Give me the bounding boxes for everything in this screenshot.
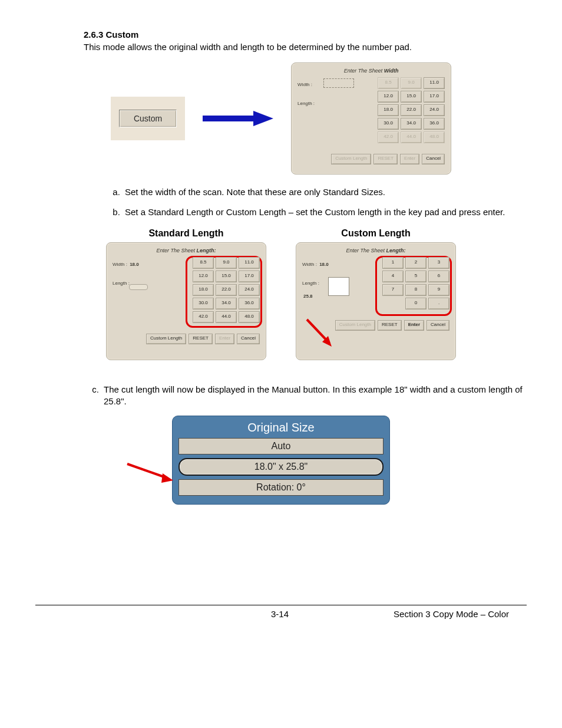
standard-length-column: Standard Length Enter The Sheet Length: …: [106, 228, 266, 360]
size-button: 44.0: [401, 131, 422, 143]
cancel-button[interactable]: Cancel: [422, 154, 445, 164]
size-button[interactable]: 18.0: [193, 284, 214, 296]
size-button[interactable]: 42.0: [193, 311, 214, 323]
width-label: Width : 18.0: [302, 258, 329, 271]
size-button[interactable]: 24.0: [239, 284, 260, 296]
size-button[interactable]: 12.0: [193, 271, 214, 282]
size-button[interactable]: 15.0: [216, 271, 237, 282]
custom-length-title: Custom Length: [296, 228, 456, 239]
red-arrow-icon: [303, 316, 339, 351]
custom-length-column: Custom Length Enter The Sheet Length: Wi…: [296, 228, 456, 360]
numpad-key[interactable]: 9: [428, 284, 449, 296]
custom-length-dialog: Enter The Sheet Length: Width : 18.0 Len…: [296, 242, 456, 360]
custom-button-panel: Custom: [111, 97, 185, 140]
length-label: Length :: [297, 97, 315, 110]
svg-line-4: [127, 464, 167, 478]
size-button: 9.0: [401, 77, 422, 89]
enter-button[interactable]: Enter: [215, 334, 234, 344]
dialog-title: Enter The Sheet Width: [297, 68, 445, 74]
intro-text: This mode allows the original width and …: [35, 42, 527, 52]
size-button[interactable]: 11.0: [239, 257, 260, 269]
svg-marker-1: [253, 111, 273, 126]
original-size-header: Original Size: [178, 421, 384, 434]
size-button[interactable]: 22.0: [401, 104, 422, 116]
svg-rect-0: [203, 116, 253, 121]
figure-row-width: Custom Enter The Sheet Width Width : Len…: [35, 62, 527, 174]
length-label: Length :25.8: [302, 277, 329, 303]
red-arrow-icon: [125, 462, 178, 491]
size-button: 8.5: [378, 77, 399, 89]
numpad-key[interactable]: 7: [382, 284, 404, 296]
size-button: 42.0: [378, 131, 399, 143]
dialog-labels: Width : Length :: [297, 78, 315, 110]
figure-row-length: Standard Length Enter The Sheet Length: …: [35, 228, 527, 360]
reset-button[interactable]: RESET: [378, 320, 402, 331]
custom-length-button[interactable]: Custom Length: [146, 334, 186, 344]
numpad-input-box[interactable]: [328, 277, 349, 296]
numpad-grid: 1234567890.: [382, 257, 449, 309]
size-button[interactable]: 30.0: [193, 298, 214, 309]
dialog-labels: Width : 18.0 Length :25.8: [302, 258, 329, 303]
size-button[interactable]: 36.0: [239, 298, 260, 309]
numpad-key[interactable]: .: [428, 298, 449, 309]
size-button[interactable]: 11.0: [424, 77, 445, 89]
width-size-grid: 8.59.011.012.015.017.018.022.024.030.034…: [378, 77, 445, 143]
size-button[interactable]: 36.0: [424, 118, 445, 130]
width-dialog: Enter The Sheet Width Width : Length : 8…: [291, 62, 451, 174]
manual-size-button[interactable]: 18.0" x 25.8": [178, 458, 384, 476]
slot-icon: [129, 284, 148, 290]
numpad-key[interactable]: 8: [405, 284, 427, 296]
section-label: Section 3 Copy Mode – Color: [394, 609, 509, 619]
cancel-button[interactable]: Cancel: [237, 334, 260, 344]
reset-button[interactable]: RESET: [189, 334, 213, 344]
numpad-key[interactable]: 1: [382, 257, 404, 269]
numpad-key[interactable]: 3: [428, 257, 449, 269]
size-button[interactable]: 48.0: [239, 311, 260, 323]
length-bottom-row: Custom LengthRESETEnterCancel: [113, 334, 260, 344]
enter-button[interactable]: Enter: [404, 320, 424, 331]
size-button[interactable]: 30.0: [378, 118, 399, 130]
arrow-right-icon: [203, 110, 273, 127]
size-button[interactable]: 44.0: [216, 311, 237, 323]
page-footer: 3-14 Section 3 Copy Mode – Color: [35, 605, 527, 619]
custom-button[interactable]: Custom: [119, 110, 177, 127]
numpad-key[interactable]: 2: [405, 257, 427, 269]
original-size-panel: Original Size Auto 18.0" x 25.8" Rotatio…: [172, 416, 390, 505]
size-button[interactable]: 24.0: [424, 104, 445, 116]
size-button[interactable]: 17.0: [239, 271, 260, 282]
step-a: Set the width of the scan. Note that the…: [123, 186, 527, 198]
size-button[interactable]: 34.0: [401, 118, 422, 130]
numpad-key[interactable]: 0: [405, 298, 427, 309]
result-panel: Original Size Auto 18.0" x 25.8" Rotatio…: [172, 416, 390, 505]
numpad-key[interactable]: 6: [428, 271, 449, 282]
width-bottom-row: Custom LengthRESETEnterCancel: [297, 154, 445, 164]
size-button[interactable]: 8.5: [193, 257, 214, 269]
step-c: The cut length will now be displayed in …: [101, 384, 527, 408]
custom-length-button[interactable]: Custom Length: [335, 320, 375, 331]
enter-button[interactable]: Enter: [400, 154, 419, 164]
dialog-title: Enter The Sheet Length:: [302, 248, 449, 253]
auto-button[interactable]: Auto: [178, 438, 384, 454]
svg-marker-5: [161, 473, 173, 483]
size-button: 48.0: [424, 131, 445, 143]
custom-length-button[interactable]: Custom Length: [331, 154, 371, 164]
width-label: Width : 18.0: [113, 258, 139, 271]
width-input-placeholder[interactable]: [323, 78, 354, 88]
numpad-key[interactable]: 4: [382, 271, 404, 282]
steps-list: Set the width of the scan. Note that the…: [35, 186, 527, 219]
size-button[interactable]: 9.0: [216, 257, 237, 269]
reset-button[interactable]: RESET: [373, 154, 398, 164]
cancel-button[interactable]: Cancel: [427, 320, 449, 331]
size-button[interactable]: 17.0: [424, 91, 445, 103]
size-button[interactable]: 18.0: [378, 104, 399, 116]
size-button[interactable]: 12.0: [378, 91, 399, 103]
size-button[interactable]: 34.0: [216, 298, 237, 309]
length-size-grid: 8.59.011.012.015.017.018.022.024.030.034…: [193, 257, 260, 323]
steps-list-continued: The cut length will now be displayed in …: [35, 384, 527, 408]
page-number: 3-14: [271, 609, 289, 619]
rotation-button[interactable]: Rotation: 0°: [178, 479, 384, 496]
size-button[interactable]: 15.0: [401, 91, 422, 103]
size-button[interactable]: 22.0: [216, 284, 237, 296]
numpad-key[interactable]: 5: [405, 271, 427, 282]
standard-length-title: Standard Length: [106, 228, 266, 239]
